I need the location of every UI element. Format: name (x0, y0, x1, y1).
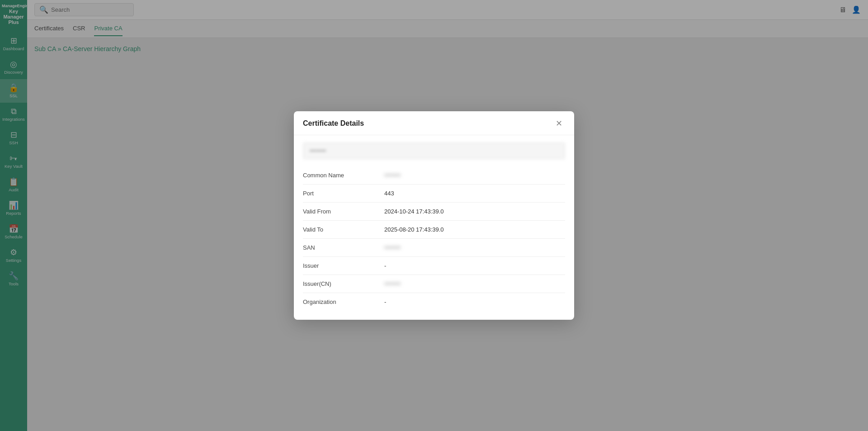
detail-value-issuer_cn: •••••••• (384, 275, 565, 293)
detail-value-valid_to: 2025-08-20 17:43:39.0 (384, 221, 565, 239)
certificate-details-modal: Certificate Details ✕ •••••••• Common Na… (294, 111, 574, 320)
detail-row-valid_from: Valid From2024-10-24 17:43:39.0 (303, 203, 565, 221)
detail-label-issuer: Issuer (303, 257, 384, 275)
detail-value-valid_from: 2024-10-24 17:43:39.0 (384, 203, 565, 221)
detail-row-organization: Organization- (303, 293, 565, 311)
modal-close-button[interactable]: ✕ (553, 118, 565, 128)
detail-value-issuer: - (384, 257, 565, 275)
detail-label-valid_from: Valid From (303, 203, 384, 221)
modal-body: •••••••• Common Name••••••••Port443Valid… (294, 135, 574, 320)
detail-value-san: •••••••• (384, 239, 565, 257)
detail-row-issuer_cn: Issuer(CN)•••••••• (303, 275, 565, 293)
detail-value-port: 443 (384, 185, 565, 203)
detail-row-port: Port443 (303, 185, 565, 203)
detail-row-common_name: Common Name•••••••• (303, 166, 565, 185)
detail-row-issuer: Issuer- (303, 257, 565, 275)
detail-label-san: SAN (303, 239, 384, 257)
detail-value-organization: - (384, 293, 565, 311)
detail-label-port: Port (303, 185, 384, 203)
detail-label-organization: Organization (303, 293, 384, 311)
modal-overlay[interactable]: Certificate Details ✕ •••••••• Common Na… (0, 0, 868, 431)
detail-table: Common Name••••••••Port443Valid From2024… (303, 166, 565, 311)
cert-name-display: •••••••• (303, 142, 565, 159)
detail-label-common_name: Common Name (303, 166, 384, 185)
detail-label-issuer_cn: Issuer(CN) (303, 275, 384, 293)
modal-header: Certificate Details ✕ (294, 111, 574, 135)
detail-row-valid_to: Valid To2025-08-20 17:43:39.0 (303, 221, 565, 239)
detail-value-common_name: •••••••• (384, 166, 565, 185)
detail-row-san: SAN•••••••• (303, 239, 565, 257)
modal-title: Certificate Details (303, 119, 364, 128)
detail-label-valid_to: Valid To (303, 221, 384, 239)
